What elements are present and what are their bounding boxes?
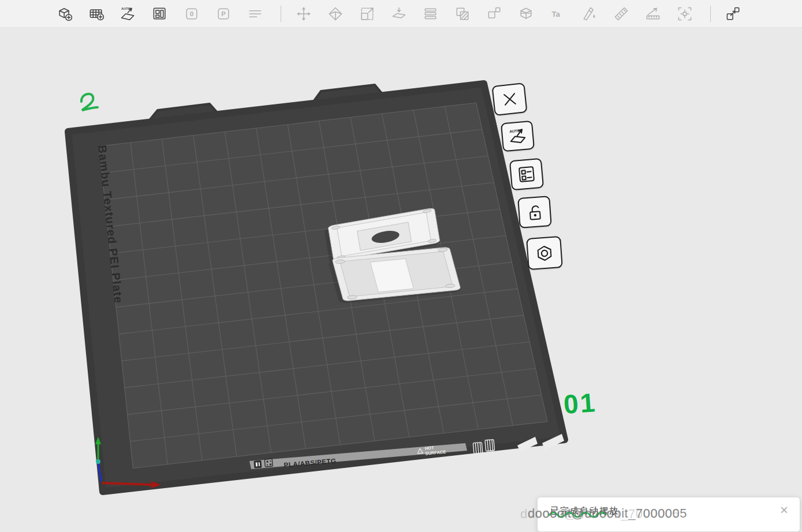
toast-close-icon[interactable]: ×: [780, 503, 788, 517]
lock-open-icon: [524, 201, 545, 222]
auto-orient-icon: AUTO: [507, 126, 528, 147]
plate-print-area: [99, 103, 547, 468]
nut-icon: [534, 242, 555, 263]
arrange-icon: [516, 164, 538, 185]
plate-toolbar-delete-plate-button[interactable]: [491, 83, 527, 116]
plate-toolbar-plate-settings-button[interactable]: [526, 236, 563, 270]
annotation-scribble-toast: [548, 510, 617, 519]
close-x-icon: [499, 88, 520, 110]
annotation-plate-number: 01: [562, 387, 598, 420]
toast-notification: 已完成自动摆放 ×: [537, 497, 800, 532]
plate-toolbar-lock-plate-button[interactable]: [517, 196, 552, 228]
plate-toolbar-arrange-plate-button[interactable]: [509, 158, 544, 191]
annotation-scribble-2: [81, 94, 98, 110]
viewport-3d[interactable]: Bambu Textured PEI Plate PLA/ABS/PETG HO…: [0, 0, 802, 532]
build-plate[interactable]: Bambu Textured PEI Plate PLA/ABS/PETG HO…: [68, 84, 565, 492]
app-root: AUTO0PTa Bambu Textured PEI Plate PLA/AB…: [0, 0, 802, 532]
plate-toolbar-auto-orient-plate-button[interactable]: AUTO: [501, 121, 535, 152]
